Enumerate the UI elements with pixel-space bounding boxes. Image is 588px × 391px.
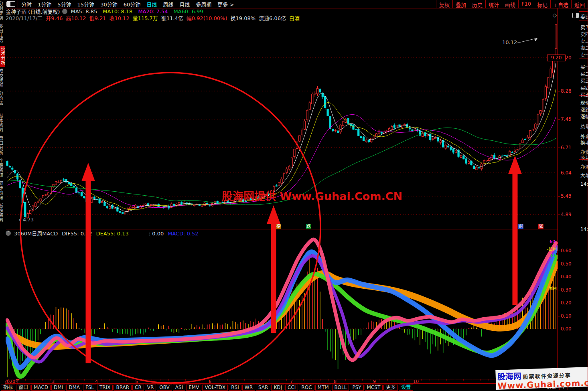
quote-row: 委比 [580,13,588,20]
quote-divider [579,159,588,160]
indicator-tab[interactable]: 设置 [399,385,413,391]
axis-tick [558,196,560,197]
month-label: 4 [95,379,98,384]
month-label: 8 [334,379,337,384]
top-toolbar: 分时1分钟5分钟15分钟30分钟60分钟日线周线月线多周期更多 > 复权叠加历史… [6,0,588,8]
timeframe-item[interactable]: 周线 [163,2,173,8]
sidebar-item[interactable]: 同步资讯 [0,181,3,202]
sidebar-item[interactable]: 技术分析 [0,46,5,67]
panel-collapse-icon[interactable] [572,13,579,18]
sidebar-item[interactable]: 成交明细 [0,69,3,89]
quote-divider [579,119,588,119]
sidebar-item[interactable]: 分价表 [0,91,3,112]
axis-tick [558,277,560,277]
indicator-tab[interactable]: PSY [350,385,363,391]
timeframe-item[interactable]: 1分钟 [38,2,51,8]
toolbar-button[interactable]: 统计 [485,0,502,8]
window-toggle-icon[interactable] [6,1,15,7]
indicator-tab[interactable]: DMI [51,385,65,391]
sidebar-item[interactable]: 个股资讯 [0,158,3,179]
quote-panel[interactable]: 委比卖五卖四卖三卖二卖一买一买二买三买四买五现价涨跌涨幅总量外盘换手净资收益净流… [579,8,588,384]
sidebar-item[interactable]: 多日走势 [0,24,3,45]
indicator-tab[interactable]: BOLL [332,385,349,391]
indicator-tab[interactable]: ASI [173,385,185,391]
sidebar-item[interactable]: 盘口分析 [0,136,3,157]
indicator-tab[interactable]: KDJ [271,385,284,391]
toolbar-button[interactable]: 标记 [534,0,550,8]
macd-line-tag: -日M [544,245,557,252]
sidebar-item[interactable]: 基本资料 [0,113,3,134]
toolbar-button[interactable]: 返回 [571,0,588,8]
indicator-tab[interactable]: BRAR [114,385,132,391]
indicator-tab[interactable]: CR [132,385,144,391]
chevron-down-icon[interactable]: ˅ [62,9,67,14]
timeframe-item[interactable]: 5分钟 [57,2,71,8]
indicator-tab[interactable]: 更多 [383,385,398,391]
timeframe-bar: 分时1分钟5分钟15分钟30分钟60分钟日线周线月线多周期更多 > [21,0,240,8]
indicator-tab[interactable]: MTM [315,385,331,391]
quote-row: 买三 [580,77,588,84]
quote-divider [579,137,588,137]
sidebar-item[interactable]: 分时走势 [0,1,3,22]
event-chip[interactable]: 涨 [538,224,543,229]
macd-header-value: MACD: 0.52 [168,231,198,237]
quote-row: 卖一 [580,51,588,58]
indicator-tab[interactable]: VOL-TDX [202,385,228,391]
axis-tick [558,119,560,120]
month-label: 3 [52,379,55,384]
indicator-tab[interactable]: OBV [157,385,172,391]
quote-divider [579,20,588,20]
indicator-tab[interactable]: SAR [256,385,270,391]
macd-chart[interactable] [6,237,558,379]
indicator-tab[interactable]: RSI [229,385,241,391]
price-axis-label: 6.04 [561,170,572,176]
quote-row: 换手 [580,139,588,146]
indicator-tab[interactable]: DMA [66,385,82,391]
timeframe-item[interactable]: 多周期 [196,2,211,8]
event-chip[interactable]: 榜 [276,224,281,229]
toolbar-button[interactable]: 历史 [469,0,485,8]
axis-tick [558,251,560,251]
sidebar-item[interactable]: 板块资料 [0,203,3,224]
timeframe-item[interactable]: 30分钟 [100,2,118,8]
toolbar-button[interactable]: 复权 [436,0,452,8]
toolbar-button[interactable]: 叠加 [452,0,469,8]
diamond-icon[interactable]: ◇ [553,12,557,18]
indicator-tab[interactable]: MCST [365,385,383,391]
macd-header-value: : 0.00 [149,231,164,237]
watermark-center: 股海网提供 Www.Guhai.Com.CN [222,188,402,203]
quote-row: 现价 [580,99,588,106]
timeframe-item[interactable]: 分时 [21,2,32,8]
event-chip[interactable]: 跌 [306,224,311,229]
month-label: 6 [209,379,211,384]
timeframe-item[interactable]: 更多 > [217,2,234,8]
indicator-tab[interactable]: ROC [299,385,314,391]
indicator-tab[interactable]: EMV [186,385,201,391]
timeframe-item[interactable]: 60分钟 [124,2,141,8]
indicator-tab[interactable]: 指标 [1,385,15,391]
quote-row: 涨跌 [580,106,588,113]
month-label: 10 [413,379,419,384]
timeframe-item[interactable]: 15分钟 [77,2,95,8]
left-sidebar: 分时走势多日走势技术分析成交明细分价表基本资料盘口分析个股资讯同步资讯板块资料 [0,0,5,391]
toolbar-button[interactable]: F10 [518,0,534,8]
ma-value: MA10: 8.18 [103,8,132,14]
indicator-tab[interactable]: VR [145,385,156,391]
toolbar-button[interactable]: 画线 [502,0,518,8]
event-chip[interactable]: 财 [518,224,523,229]
timeframe-item[interactable]: 月线 [179,2,190,8]
timeframe-item[interactable]: 日线 [146,2,157,8]
indicator-tab[interactable]: 窗口 [16,385,30,391]
indicator-tab[interactable]: CCI [285,385,298,391]
toolbar-divider [18,0,18,8]
ohlc-bar: 2020/11/17/二开9.46高10.12低9.21收10.12量115.7… [6,15,557,21]
axis-tick [558,215,560,215]
ma-value: MA60: 6.99 [173,8,203,14]
chevron-down-icon[interactable]: ˅ [6,231,11,236]
toolbar-button[interactable]: +自选 [550,0,571,8]
indicator-tab[interactable]: WR [242,385,255,391]
indicator-tab[interactable]: TRIX [97,385,113,391]
indicator-tab[interactable]: MACD [31,385,51,391]
quote-divider [579,11,588,12]
indicator-tab[interactable]: FSL [83,385,96,391]
